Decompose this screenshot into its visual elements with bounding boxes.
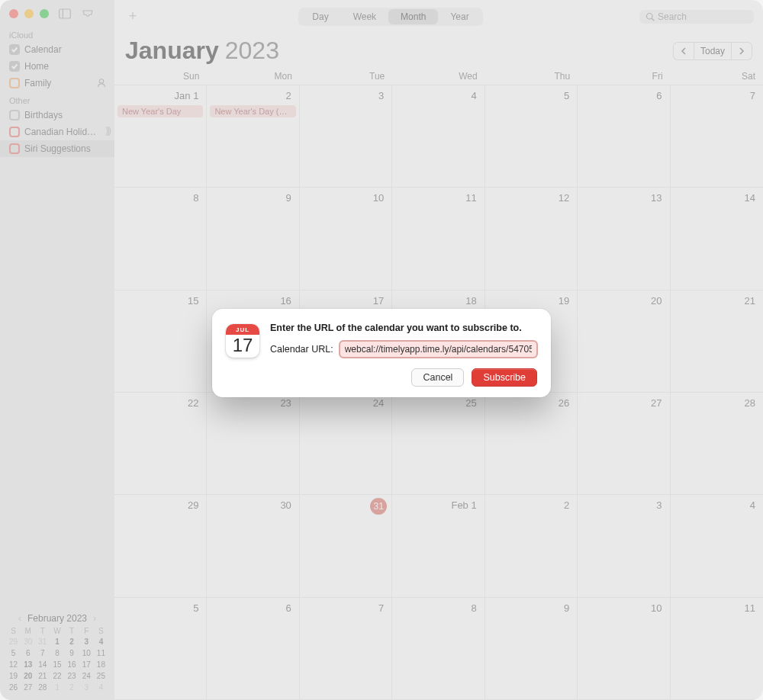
day-cell[interactable]: 29	[114, 495, 207, 597]
mini-day[interactable]: 4	[94, 682, 108, 692]
day-cell[interactable]: 21	[671, 291, 763, 393]
day-cell[interactable]: 23	[207, 393, 299, 495]
inbox-icon[interactable]	[81, 8, 95, 20]
day-cell[interactable]: 6	[207, 598, 299, 700]
sidebar-item-home[interactable]: Home	[0, 58, 114, 75]
mini-day[interactable]: 2	[65, 637, 79, 647]
day-cell[interactable]: 4	[392, 85, 485, 188]
mini-day[interactable]: 2	[65, 682, 79, 692]
calendar-url-input[interactable]	[340, 341, 537, 358]
color-swatch-icon[interactable]	[9, 78, 20, 88]
day-cell[interactable]: 9	[485, 598, 578, 700]
mini-day[interactable]: 8	[50, 648, 64, 658]
day-cell[interactable]: 13	[578, 188, 670, 290]
mini-calendar-grid[interactable]: SMTWTFS293031123456789101112131415161718…	[6, 627, 108, 692]
mini-day[interactable]: 9	[65, 648, 79, 658]
mini-day[interactable]: 5	[6, 648, 21, 658]
fullscreen-icon[interactable]	[40, 9, 49, 18]
mini-day[interactable]: 11	[94, 648, 108, 658]
view-year[interactable]: Year	[438, 9, 481, 24]
mini-day[interactable]: 22	[50, 671, 64, 681]
sidebar-item-siri-suggestions[interactable]: Siri Suggestions	[0, 140, 114, 157]
day-cell[interactable]: Jan 1New Year's Day	[114, 85, 207, 188]
event-pill[interactable]: New Year's Day (ob…	[210, 105, 295, 117]
search-input[interactable]: Search	[639, 10, 754, 24]
day-cell[interactable]: 8	[392, 598, 485, 700]
mini-day[interactable]: 19	[6, 671, 21, 681]
mini-day[interactable]: 6	[21, 648, 35, 658]
mini-day[interactable]: 12	[6, 660, 21, 669]
close-icon[interactable]	[9, 9, 18, 18]
day-cell[interactable]: 28	[671, 393, 763, 495]
mini-day[interactable]: 18	[94, 660, 108, 669]
view-day[interactable]: Day	[300, 9, 340, 24]
day-cell[interactable]: 9	[207, 188, 299, 290]
day-cell[interactable]: 14	[671, 188, 763, 290]
day-cell[interactable]: 7	[300, 598, 392, 700]
chevron-left-icon[interactable]: ‹	[18, 613, 21, 624]
mini-day[interactable]: 17	[79, 660, 94, 669]
chevron-right-icon[interactable]: ›	[93, 613, 96, 624]
mini-day[interactable]: 30	[21, 637, 35, 647]
day-cell[interactable]: 22	[114, 393, 207, 495]
mini-day[interactable]: 1	[50, 682, 64, 692]
day-cell[interactable]: 12	[485, 188, 578, 290]
color-swatch-icon[interactable]	[9, 110, 20, 120]
mini-day[interactable]: 26	[6, 682, 21, 692]
sidebar-item-canadian-holidays[interactable]: Canadian Holid… )))	[0, 124, 114, 140]
minimize-icon[interactable]	[24, 9, 34, 18]
mini-day[interactable]: 27	[21, 682, 35, 692]
day-cell[interactable]: 27	[578, 393, 670, 495]
mini-day[interactable]: 31	[35, 637, 50, 647]
prev-month-button[interactable]	[673, 42, 694, 60]
day-cell[interactable]: 30	[207, 495, 299, 597]
mini-day[interactable]: 3	[79, 682, 94, 692]
day-cell[interactable]: 2	[485, 495, 578, 597]
checkbox-icon[interactable]	[9, 61, 20, 72]
mini-day[interactable]: 15	[50, 660, 64, 669]
day-cell[interactable]: 5	[114, 598, 207, 700]
mini-day[interactable]: 4	[94, 637, 108, 647]
day-cell[interactable]: 7	[671, 85, 763, 188]
add-event-button[interactable]: +	[124, 8, 142, 24]
mini-day[interactable]: 23	[65, 671, 79, 681]
view-week[interactable]: Week	[341, 9, 388, 24]
sidebar-item-birthdays[interactable]: Birthdays	[0, 107, 114, 124]
mini-day[interactable]: 16	[65, 660, 79, 669]
day-cell[interactable]: Feb 1	[392, 495, 485, 597]
day-cell[interactable]: 31	[300, 495, 392, 597]
mini-day[interactable]: 29	[6, 637, 21, 647]
mini-day[interactable]: 13	[21, 660, 35, 669]
day-cell[interactable]: 20	[578, 291, 670, 393]
day-cell[interactable]: 5	[485, 85, 578, 188]
cancel-button[interactable]: Cancel	[411, 368, 464, 387]
mini-day[interactable]: 3	[79, 637, 94, 647]
mini-day[interactable]: 10	[79, 648, 94, 658]
mini-day[interactable]: 24	[79, 671, 94, 681]
mini-day[interactable]: 21	[35, 671, 50, 681]
day-cell[interactable]: 25	[392, 393, 485, 495]
day-cell[interactable]: 24	[300, 393, 392, 495]
day-cell[interactable]: 4	[671, 495, 763, 597]
mini-day[interactable]: 20	[21, 671, 35, 681]
day-cell[interactable]: 15	[114, 291, 207, 393]
day-cell[interactable]: 6	[578, 85, 670, 188]
today-button[interactable]: Today	[694, 42, 732, 60]
day-cell[interactable]: 10	[300, 188, 392, 290]
calendars-toggle-icon[interactable]	[58, 8, 72, 20]
mini-day[interactable]: 14	[35, 660, 50, 669]
day-cell[interactable]: 11	[671, 598, 763, 700]
day-cell[interactable]: 11	[392, 188, 485, 290]
sidebar-item-calendar[interactable]: Calendar	[0, 41, 114, 58]
mini-day[interactable]: 28	[35, 682, 50, 692]
event-pill[interactable]: New Year's Day	[118, 105, 203, 117]
day-cell[interactable]: 3	[300, 85, 392, 188]
checkbox-icon[interactable]	[9, 44, 20, 55]
view-month[interactable]: Month	[388, 9, 438, 24]
subscribe-button[interactable]: Subscribe	[472, 368, 537, 387]
day-cell[interactable]: 3	[578, 495, 670, 597]
day-cell[interactable]: 2New Year's Day (ob…	[207, 85, 299, 188]
next-month-button[interactable]	[732, 42, 752, 60]
color-swatch-icon[interactable]	[9, 143, 20, 154]
mini-day[interactable]: 25	[94, 671, 108, 681]
